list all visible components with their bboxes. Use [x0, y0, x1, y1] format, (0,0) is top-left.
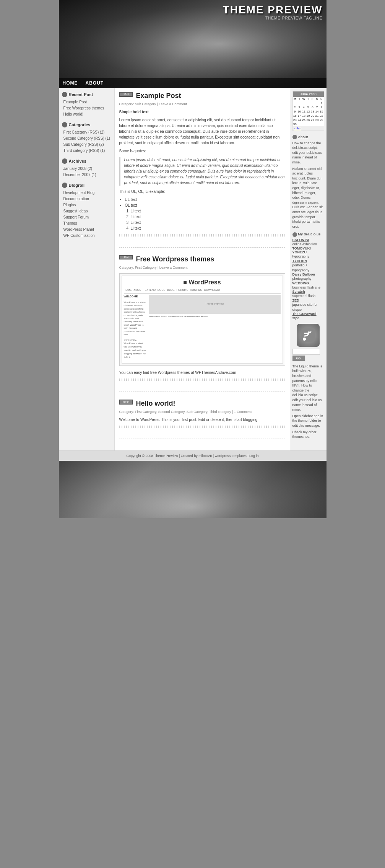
nav-about[interactable]: ABOUT — [86, 80, 104, 86]
delicious-icon — [292, 232, 297, 237]
cal-day — [297, 122, 323, 126]
post-title: Free Wordpress themes — [136, 255, 214, 263]
delicious-item-sub: typography — [292, 254, 324, 259]
list-item: Li text — [131, 208, 285, 214]
cal-day: 4 — [302, 105, 306, 109]
sidebar-left: Recent Post Example Post Free Wordpress … — [59, 88, 114, 450]
wp-description: You can easy find free Wordpress themes … — [119, 370, 285, 375]
cal-day — [315, 101, 319, 105]
cal-day: 12 — [306, 109, 310, 114]
categories-icon — [62, 122, 67, 127]
list-item: OL text Li text Li text Li text Li text — [125, 202, 285, 231]
list-item: Li text — [131, 214, 285, 220]
post-header: JAN Example Post — [119, 92, 285, 100]
delicious-item-link[interactable]: The Graveyard — [292, 312, 324, 316]
cal-day — [306, 101, 310, 105]
wp-body-left: WELCOME WordPress is a state-of-the-art … — [124, 295, 147, 362]
post-divider — [119, 234, 285, 237]
cal-day — [310, 101, 315, 105]
list-item: Free Wordpress themes — [63, 105, 111, 111]
blogroll-link[interactable]: Support Forum — [63, 214, 111, 220]
cal-day: 1 — [319, 101, 324, 105]
ol-list: Li text Li text Li text Li text — [131, 208, 285, 231]
post-header: JAN Free Wordpress themes — [119, 255, 285, 263]
list-item: UL text — [125, 197, 285, 202]
cal-day: 9 — [293, 109, 297, 114]
rsidebar-about-title: About — [292, 135, 324, 140]
post-example: JAN Example Post Category: Sub Category … — [119, 92, 285, 248]
cal-day: 16 — [293, 114, 297, 118]
list-item: Plugins — [63, 202, 111, 208]
post-title: Example Post — [136, 92, 181, 100]
list-item: Suggest Ideas — [63, 208, 111, 214]
blogroll-link[interactable]: Suggest Ideas — [63, 208, 111, 214]
delicious-item-sub: style — [292, 316, 324, 321]
blogroll-link[interactable]: WordPress Planet — [63, 227, 111, 233]
site-header: THEME PREVIEW THEME PREVIEW TAGLINE HOME… — [59, 0, 327, 88]
category-link[interactable]: Sub Category (RSS) (2) — [63, 142, 111, 148]
blogroll-link[interactable]: Development Blog — [63, 190, 111, 196]
calendar-table: M T W T F S S 1 2345678 9101112131415 16… — [293, 97, 324, 126]
site-tagline: THEME PREVIEW TAGLINE — [223, 16, 323, 20]
archive-link[interactable]: December 2007 (1) — [63, 172, 111, 178]
search-input[interactable] — [292, 349, 320, 355]
delicious-item-link[interactable]: TYCOON — [292, 259, 324, 263]
delicious-item-link[interactable]: Scratch — [292, 290, 324, 294]
main-wrapper: Recent Post Example Post Free Wordpress … — [59, 88, 327, 450]
list-item: Documentation — [63, 196, 111, 202]
cal-day: 17 — [297, 114, 302, 118]
wp-logo: ■ WordPress — [124, 278, 281, 287]
archive-link[interactable]: January 2008 (2) — [63, 166, 111, 172]
cal-day: 18 — [302, 114, 306, 118]
nav-home[interactable]: HOME — [63, 80, 78, 86]
cal-header: T — [297, 97, 302, 101]
svg-point-1 — [303, 338, 306, 341]
calendar-nav: « Jan — [293, 126, 324, 131]
cal-day: 23 — [293, 118, 297, 122]
recent-icon — [62, 92, 67, 97]
blogroll-link[interactable]: Themes — [63, 220, 111, 227]
recent-post-link[interactable]: Hello world! — [63, 111, 111, 117]
archives-list: January 2008 (2) December 2007 (1) — [62, 166, 111, 178]
blogroll-link[interactable]: WP Customization — [63, 233, 111, 239]
cal-day: 28 — [315, 118, 319, 122]
category-link[interactable]: First Category (RSS) (2) — [63, 129, 111, 135]
cal-day: 14 — [315, 109, 319, 114]
delicious-item-link[interactable]: TOMOYUKI YONEZU — [292, 246, 324, 254]
rss-icon[interactable] — [297, 324, 320, 347]
search-button[interactable]: Go — [292, 356, 305, 361]
search-box: Go — [292, 349, 324, 361]
post-divider — [119, 426, 285, 428]
category-link[interactable]: Third category (RSS) (1) — [63, 148, 111, 154]
delicious-item-link[interactable]: ZED — [292, 299, 324, 302]
delicious-item-link[interactable]: WEDDING — [292, 281, 324, 285]
main-nav: HOME ABOUT — [59, 78, 327, 88]
ul-label: This is UL, OL, Li example: — [119, 189, 285, 194]
blogroll-link[interactable]: Plugins — [63, 202, 111, 208]
archives-icon — [62, 158, 67, 164]
cal-day: 21 — [315, 114, 319, 118]
list-item: First Category (RSS) (2) — [63, 129, 111, 135]
sidebar-blogroll: Blogroll Development Blog Documentation … — [62, 183, 111, 239]
calendar-title: June 2008 — [293, 91, 324, 97]
blogroll-icon — [62, 183, 67, 188]
cal-day: 3 — [297, 105, 302, 109]
delicious-item-sub: online exhibition — [292, 242, 324, 247]
recent-post-link[interactable]: Example Post — [63, 99, 111, 105]
recent-post-link[interactable]: Free Wordpress themes — [63, 105, 111, 111]
bquote-label: Some b-quotes: — [119, 148, 285, 154]
list-item: Second Category (RSS) (1) — [63, 135, 111, 142]
post-divider — [119, 379, 285, 381]
about-icon — [292, 135, 297, 139]
bold-text: Simple bold text — [119, 110, 149, 114]
cal-header: S — [315, 97, 319, 101]
main-content: JAN Example Post Category: Sub Category … — [114, 88, 290, 450]
category-link[interactable]: Second Category (RSS) (1) — [63, 135, 111, 142]
cal-prev[interactable]: « Jan — [294, 127, 302, 130]
about-text-2: Nullam sit amet nisl ac erat luctus tinc… — [292, 166, 324, 229]
post-date: DEC — [119, 400, 133, 405]
delicious-item-sub: supercool flash — [292, 294, 324, 299]
delicious-item-link[interactable]: Daisy Balloon — [292, 272, 324, 276]
blogroll-link[interactable]: Documentation — [63, 196, 111, 202]
delicious-item-link[interactable]: SALON 23 — [292, 238, 324, 242]
